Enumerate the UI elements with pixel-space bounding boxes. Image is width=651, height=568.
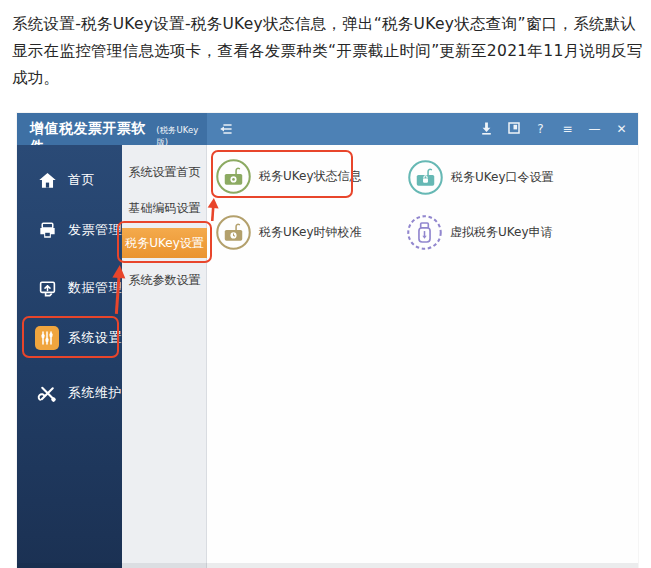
subnav-item-system-params[interactable]: 系统参数设置 <box>122 270 207 290</box>
restore-icon[interactable] <box>507 122 520 136</box>
window-bottom-edge <box>17 563 638 568</box>
help-icon[interactable]: ? <box>534 122 547 136</box>
feature-label: 虚拟税务UKey申请 <box>450 224 553 241</box>
data-icon <box>35 276 59 300</box>
ukey-clock-icon <box>215 214 252 251</box>
subnav-item-basic-codes[interactable]: 基础编码设置 <box>122 198 207 218</box>
feature-label: 税务UKey状态信息 <box>259 168 362 185</box>
sidebar-item-maintenance[interactable]: 系统维护 <box>17 378 122 408</box>
ukey-status-icon <box>215 158 252 195</box>
subnav-item-settings-home[interactable]: 系统设置首页 <box>122 162 207 182</box>
feature-label: 税务UKey时钟校准 <box>259 224 362 241</box>
sidebar-item-label: 数据管理 <box>68 279 122 297</box>
maintenance-icon <box>35 381 59 405</box>
sidebar-item-home[interactable]: 首页 <box>17 165 122 195</box>
ukey-password-icon <box>407 159 444 196</box>
sidebar-item-settings[interactable]: 系统设置 <box>17 323 122 353</box>
feature-virtual-ukey[interactable]: 虚拟税务UKey申请 <box>406 214 553 251</box>
feature-ukey-clock[interactable]: 税务UKey时钟校准 <box>215 214 362 251</box>
home-icon <box>35 168 59 192</box>
sidebar-item-label: 系统维护 <box>68 384 122 402</box>
main-content: 税务UKey状态信息 税务UKey口令设置 税务UKey时钟校准 虚拟税务UKe… <box>207 145 638 568</box>
instruction-text: 系统设置-税务UKey设置-税务UKey状态信息，弹出“税务UKey状态查询”窗… <box>12 11 644 92</box>
app-window: 增值税发票开票软件 (税务UKey版) ? ≡ — ✕ <box>17 113 638 568</box>
subnav-panel: 系统设置首页 基础编码设置 税务UKey设置 系统参数设置 <box>122 145 207 568</box>
feature-ukey-password[interactable]: 税务UKey口令设置 <box>407 159 554 196</box>
invoice-icon <box>35 218 59 242</box>
collapse-sidebar-icon[interactable] <box>218 121 234 137</box>
app-title-area: 增值税发票开票软件 (税务UKey版) <box>17 113 207 145</box>
titlebar: 增值税发票开票软件 (税务UKey版) ? ≡ — ✕ <box>17 113 638 145</box>
download-icon[interactable] <box>480 122 493 136</box>
feature-ukey-status[interactable]: 税务UKey状态信息 <box>215 158 362 195</box>
sidebar-item-label: 首页 <box>68 171 95 189</box>
sidebar-item-label: 系统设置 <box>68 329 122 347</box>
virtual-ukey-icon <box>406 214 443 251</box>
sidebar-item-data[interactable]: 数据管理 <box>17 273 122 303</box>
sidebar: 首页 发票管理 数据管理 系统设置 <box>17 145 122 568</box>
sidebar-item-label: 发票管理 <box>68 221 122 239</box>
subnav-item-ukey-settings[interactable]: 税务UKey设置 <box>122 228 207 258</box>
feature-label: 税务UKey口令设置 <box>451 169 554 186</box>
close-icon[interactable]: ✕ <box>615 122 628 136</box>
page: 系统设置-税务UKey设置-税务UKey状态信息，弹出“税务UKey状态查询”窗… <box>0 0 651 568</box>
menu-icon[interactable]: ≡ <box>561 122 574 136</box>
titlebar-controls: ? ≡ — ✕ <box>480 113 628 145</box>
settings-icon <box>35 326 59 350</box>
minimize-icon[interactable]: — <box>588 122 601 136</box>
sidebar-item-invoice[interactable]: 发票管理 <box>17 215 122 245</box>
